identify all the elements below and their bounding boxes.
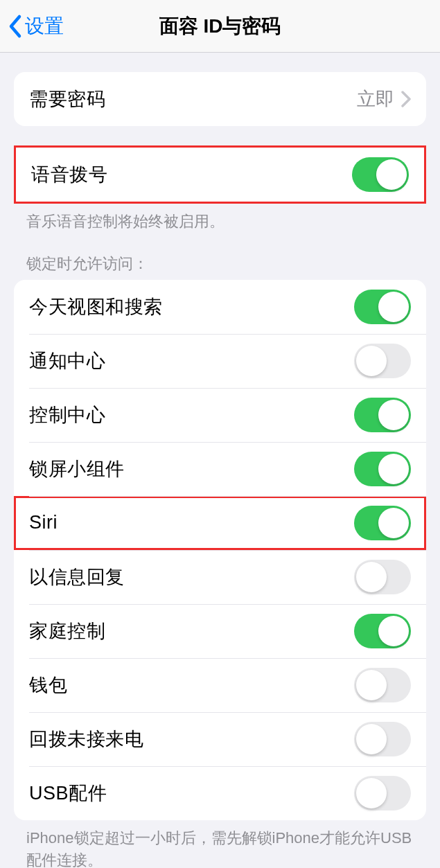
lock-access-row: 控制中心	[14, 388, 426, 442]
lock-access-item-label: USB配件	[29, 781, 107, 806]
lock-access-footer: iPhone锁定超过一小时后，需先解锁iPhone才能允许USB 配件连接。	[26, 827, 414, 868]
lock-access-item-label: 今天视图和搜索	[29, 294, 163, 319]
content-scroll[interactable]: 需要密码 立即 语音拨号 音乐语音控制将始终被启用。 锁定时允许访问： 今天视图…	[0, 72, 440, 868]
lock-access-row: 家庭控制	[14, 604, 426, 658]
voice-dial-footer: 音乐语音控制将始终被启用。	[26, 211, 414, 233]
voice-dial-group: 语音拨号	[14, 145, 426, 204]
lock-access-item-toggle[interactable]	[354, 722, 411, 756]
lock-access-item-label: 以信息回复	[29, 565, 125, 590]
lock-access-item-toggle[interactable]	[354, 614, 411, 648]
require-passcode-row[interactable]: 需要密码 立即	[14, 72, 426, 126]
lock-access-item-toggle[interactable]	[354, 776, 411, 811]
lock-access-item-toggle[interactable]	[354, 668, 411, 702]
lock-access-item-label: 钱包	[29, 673, 67, 698]
lock-access-row: 钱包	[14, 658, 426, 712]
lock-access-row: 回拨未接来电	[14, 712, 426, 766]
voice-dial-row: 语音拨号	[16, 148, 424, 202]
require-passcode-group: 需要密码 立即	[14, 72, 426, 126]
lock-access-item-toggle[interactable]	[354, 506, 411, 540]
require-passcode-value: 立即	[357, 87, 394, 112]
lock-access-item-toggle[interactable]	[354, 398, 411, 432]
require-passcode-label: 需要密码	[29, 87, 105, 112]
lock-access-header: 锁定时允许访问：	[26, 254, 414, 274]
lock-access-group: 今天视图和搜索通知中心控制中心锁屏小组件Siri以信息回复家庭控制钱包回拨未接来…	[14, 280, 426, 820]
lock-access-row: 通知中心	[14, 334, 426, 388]
voice-dial-label: 语音拨号	[31, 162, 107, 187]
lock-access-item-label: 控制中心	[29, 402, 105, 427]
back-chevron-icon	[7, 14, 22, 39]
lock-access-row: Siri	[14, 496, 426, 550]
voice-dial-toggle[interactable]	[352, 157, 409, 192]
lock-access-item-toggle[interactable]	[354, 344, 411, 378]
back-label: 设置	[25, 13, 64, 39]
lock-access-item-toggle[interactable]	[354, 560, 411, 594]
back-button[interactable]: 设置	[7, 13, 64, 39]
navigation-bar: 设置 面容 ID与密码	[0, 0, 440, 53]
lock-access-item-toggle[interactable]	[354, 452, 411, 486]
lock-access-item-toggle[interactable]	[354, 290, 411, 324]
lock-access-item-label: 锁屏小组件	[29, 457, 125, 481]
page-title: 面容 ID与密码	[159, 13, 281, 39]
lock-access-row: USB配件	[14, 766, 426, 820]
lock-access-row: 以信息回复	[14, 550, 426, 604]
chevron-right-icon	[401, 91, 411, 107]
lock-access-item-label: 回拨未接来电	[29, 727, 143, 752]
lock-access-row: 锁屏小组件	[14, 442, 426, 496]
lock-access-row: 今天视图和搜索	[14, 280, 426, 334]
lock-access-item-label: 家庭控制	[29, 619, 105, 644]
lock-access-item-label: Siri	[29, 512, 58, 533]
lock-access-item-label: 通知中心	[29, 348, 105, 373]
